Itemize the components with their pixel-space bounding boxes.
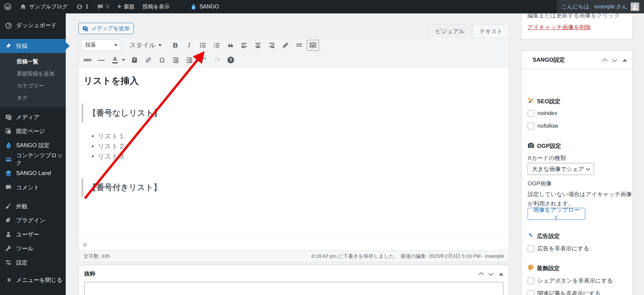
sidebar-item-content-block[interactable]: コンテンツブロック xyxy=(0,152,66,166)
horizontal-rule-icon: — xyxy=(98,56,105,64)
sidebar-item-pages[interactable]: 固定ページ xyxy=(0,124,66,138)
horizontal-rule-button[interactable]: — xyxy=(95,55,107,65)
sidebar-item-comments[interactable]: コメント xyxy=(0,180,66,194)
toggle-panel-icon[interactable] xyxy=(499,270,503,276)
sango-panel-header[interactable]: SANGO設定 xyxy=(522,51,633,69)
strikethrough-icon: ABC xyxy=(84,58,92,62)
hide-ads-checkbox[interactable] xyxy=(528,245,534,252)
hide-related-posts-checkbox[interactable] xyxy=(528,290,534,295)
text-color-caret-button[interactable] xyxy=(120,55,127,65)
list-item: リスト２ xyxy=(98,141,502,151)
sidebar-item-categories[interactable]: カテゴリー xyxy=(0,80,66,92)
sango-theme-menu[interactable]: SANGO xyxy=(186,0,223,13)
view-post-link[interactable]: 投稿を表示 xyxy=(139,0,173,13)
site-name-link[interactable]: サンプルブログ xyxy=(15,0,72,13)
plugin-icon xyxy=(5,217,12,224)
bold-button[interactable]: B xyxy=(169,40,181,51)
align-right-button[interactable] xyxy=(266,40,278,51)
text-color-button[interactable]: A xyxy=(109,55,121,65)
nofollow-checkbox-row[interactable]: nofollow xyxy=(528,123,627,129)
noindex-checkbox[interactable] xyxy=(528,110,534,117)
editor-content-area[interactable]: リストを挿入 【番号なしリスト】 リスト１ リスト２ リスト３ 【番号付きリスト… xyxy=(79,67,509,239)
palette-icon xyxy=(528,264,534,273)
sidebar-item-tools[interactable]: ツール xyxy=(0,241,66,255)
sidebar-item-posts[interactable]: 投稿 xyxy=(0,39,66,53)
italic-button[interactable]: I xyxy=(183,40,195,51)
hide-share-checkbox-row[interactable]: シェアボタンを非表示にする xyxy=(528,277,627,285)
styles-dropdown[interactable]: スタイル xyxy=(126,41,165,50)
remove-featured-image-link[interactable]: アイキャッチ画像を削除 xyxy=(527,23,591,31)
comments-link[interactable]: 0 xyxy=(93,0,113,13)
more-tag-button[interactable] xyxy=(293,40,305,51)
hide-related-label: 関連記事を非表示にする xyxy=(537,290,601,295)
tab-visual[interactable]: ビジュアル xyxy=(429,24,471,38)
nofollow-checkbox[interactable] xyxy=(528,123,534,129)
help-button[interactable]: ? xyxy=(225,55,237,65)
sidebar-label: プラグイン xyxy=(16,217,45,224)
sidebar-item-dashboard[interactable]: ダッシュボード xyxy=(0,18,66,32)
ogp-settings-heading: OGP設定 xyxy=(528,142,627,150)
paragraph-format-select[interactable]: 段落 xyxy=(82,40,121,51)
account-menu[interactable]: こんにちは、example さん xyxy=(557,0,644,13)
view-post-label: 投稿を表示 xyxy=(143,3,169,10)
media-icon xyxy=(5,113,12,121)
toolbar-toggle-button[interactable] xyxy=(307,40,319,51)
redo-button[interactable]: ↷ xyxy=(211,55,223,65)
align-center-button[interactable] xyxy=(252,40,264,51)
tab-text[interactable]: テキスト xyxy=(473,24,509,38)
move-down-icon[interactable] xyxy=(612,57,618,62)
hide-share-label: シェアボタンを非表示にする xyxy=(537,277,613,285)
hide-related-checkbox-row[interactable]: 関連記事を非表示にする xyxy=(528,290,627,295)
hide-share-buttons-checkbox[interactable] xyxy=(528,278,534,284)
sidebar-label: ダッシュボード xyxy=(16,21,57,29)
undo-button[interactable]: ↶ xyxy=(197,55,209,65)
sidebar-item-plugins[interactable]: プラグイン xyxy=(0,213,66,227)
strikethrough-button[interactable]: ABC xyxy=(82,55,94,65)
comment-bubble-icon xyxy=(97,3,104,10)
toggle-panel-icon[interactable] xyxy=(623,56,627,62)
numbered-list-button[interactable]: 123 xyxy=(211,40,223,51)
move-down-icon[interactable] xyxy=(488,271,494,276)
keyboard-icon xyxy=(309,42,317,49)
sidebar-item-settings[interactable]: 設定 xyxy=(0,255,66,270)
list-item: リスト３ xyxy=(98,151,502,161)
sidebar-item-post-list[interactable]: 投稿一覧 xyxy=(0,56,66,68)
xcard-type-select[interactable]: 大きな画像でシェア xyxy=(528,163,594,175)
link-button[interactable] xyxy=(279,40,291,51)
sidebar-label: コンテンツブロック xyxy=(16,152,66,167)
clear-formatting-button[interactable] xyxy=(142,55,154,65)
new-content-menu[interactable]: + 新規 xyxy=(113,0,139,13)
move-up-icon[interactable] xyxy=(602,58,608,63)
sidebar-item-media[interactable]: メディア xyxy=(0,110,66,124)
collapse-arrow-icon xyxy=(5,276,12,284)
sidebar-item-sango-land[interactable]: SANGO Land xyxy=(0,166,66,180)
excerpt-textarea[interactable] xyxy=(84,282,503,295)
add-media-button[interactable]: メディアを追加 xyxy=(78,23,134,34)
align-left-button[interactable] xyxy=(238,40,250,51)
bullet-list-button[interactable] xyxy=(197,40,209,51)
outdent-button[interactable] xyxy=(170,55,182,65)
excerpt-panel-header[interactable]: 抜粋 xyxy=(79,265,509,282)
sidebar-item-tags[interactable]: タグ xyxy=(0,92,66,104)
indent-button[interactable] xyxy=(183,55,196,65)
sidebar-item-sango-settings[interactable]: SANGO 設定 xyxy=(0,138,66,152)
sidebar-item-collapse-menu[interactable]: メニューを閉じる xyxy=(0,273,66,287)
wordpress-logo-menu[interactable] xyxy=(0,0,15,13)
blockquote-button[interactable]: ❝ xyxy=(224,40,236,51)
updates-link[interactable]: 1 xyxy=(72,0,93,13)
paste-as-text-button[interactable] xyxy=(128,55,141,65)
sidebar-item-add-post[interactable]: 新規投稿を追加 xyxy=(0,68,66,80)
layers-icon xyxy=(5,170,12,177)
sidebar-item-users[interactable]: ユーザー xyxy=(0,227,66,241)
blockquote-icon: ❝ xyxy=(227,46,233,50)
sidebar-item-appearance[interactable]: 外観 xyxy=(0,199,66,213)
upload-image-button[interactable]: 画像をアップロード xyxy=(528,208,585,220)
move-up-icon[interactable] xyxy=(479,272,484,277)
eraser-icon xyxy=(145,57,152,63)
admin-bar: サンプルブログ 1 0 + 新規 投稿を表示 SANGO xyxy=(0,0,644,13)
hide-ads-checkbox-row[interactable]: 広告を非表示にする xyxy=(528,245,627,252)
more-tag-icon xyxy=(296,42,303,49)
sango-settings-panel: SANGO設定 SEO設定 noindex nofollow O xyxy=(521,50,633,295)
special-character-button[interactable]: Ω xyxy=(156,55,168,65)
noindex-checkbox-row[interactable]: noindex xyxy=(528,110,627,117)
